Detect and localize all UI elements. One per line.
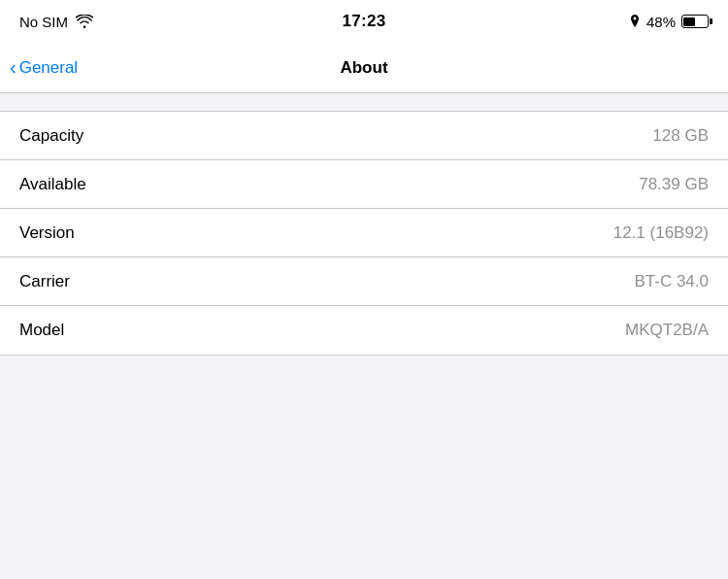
battery-fill	[683, 17, 694, 26]
table-row: Capacity128 GB	[0, 112, 728, 160]
table-row: Version12.1 (16B92)	[0, 209, 728, 257]
table-row: CarrierBT-C 34.0	[0, 257, 728, 306]
nav-title: About	[340, 58, 387, 78]
row-value: 12.1 (16B92)	[613, 223, 709, 243]
carrier-label: No SIM	[19, 14, 68, 30]
content-spacer	[0, 93, 728, 111]
row-label: Version	[19, 223, 75, 243]
row-label: Model	[19, 321, 64, 340]
back-button[interactable]: ‹ General	[10, 57, 78, 79]
status-time: 17:23	[343, 12, 386, 31]
row-value: 78.39 GB	[639, 175, 709, 194]
table-row: Available78.39 GB	[0, 160, 728, 209]
row-label: Carrier	[19, 272, 70, 291]
back-chevron-icon: ‹	[10, 56, 17, 79]
row-value: 128 GB	[652, 126, 709, 146]
status-bar: No SIM 17:23 48%	[0, 0, 728, 43]
battery-icon	[681, 15, 709, 28]
row-value: BT-C 34.0	[634, 272, 709, 291]
row-label: Capacity	[19, 126, 83, 146]
back-label: General	[19, 58, 78, 78]
about-table: Capacity128 GBAvailable78.39 GBVersion12…	[0, 111, 728, 356]
status-right: 48%	[592, 14, 709, 30]
battery-icon-container	[681, 15, 709, 28]
row-value: MKQT2B/A	[625, 321, 709, 340]
nav-bar: ‹ General About	[0, 43, 728, 93]
battery-percent-label: 48%	[646, 14, 676, 30]
wifi-icon	[76, 15, 93, 28]
location-icon	[629, 15, 641, 28]
table-row: ModelMKQT2B/A	[0, 306, 728, 355]
status-left: No SIM	[19, 14, 136, 30]
row-label: Available	[19, 175, 86, 194]
